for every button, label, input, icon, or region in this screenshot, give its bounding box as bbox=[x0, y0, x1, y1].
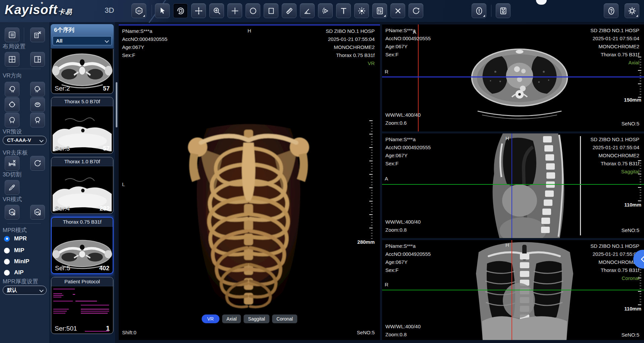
crosshair-tool-button[interactable] bbox=[227, 3, 242, 18]
vr-mode-mip-button[interactable]: MIP bbox=[30, 205, 45, 220]
chevron-left-icon bbox=[641, 256, 644, 263]
table-board-line bbox=[580, 136, 581, 235]
series-description: Thorax 0.75 B31f bbox=[52, 218, 113, 227]
axial-crosshair-line[interactable] bbox=[382, 290, 644, 290]
view-button-vr[interactable]: VR bbox=[202, 315, 219, 323]
series-number: Ser:2 bbox=[55, 85, 70, 92]
cobb-angle-tool-button[interactable] bbox=[318, 3, 333, 18]
series-count-title: 6个序列 bbox=[54, 26, 74, 34]
axial-reference-line-top[interactable] bbox=[119, 24, 380, 25]
section-label-bed-removal: VR去床板 bbox=[3, 149, 28, 157]
zoom-tool-button[interactable] bbox=[209, 3, 224, 18]
study-info-overlay: SD ZIBO NO.1 HOSP 2025-01-21 07:55:04 MO… bbox=[590, 26, 639, 67]
help-icon bbox=[607, 6, 616, 15]
patient-info-overlay: PName:S***a AccNO:0004920555 Age:067Y Se… bbox=[385, 242, 431, 274]
delete-tool-button[interactable] bbox=[390, 3, 405, 18]
layout-grid-button[interactable] bbox=[5, 52, 19, 67]
brightness-tool-button[interactable] bbox=[354, 3, 369, 18]
mpr-coronal-viewport[interactable]: PName:S***a AccNO:0004920555 Age:067Y Se… bbox=[382, 240, 644, 340]
radio-label: MPR bbox=[14, 235, 27, 242]
alert-tool-button[interactable] bbox=[472, 3, 486, 18]
reset-tool-button[interactable] bbox=[409, 3, 423, 18]
help-button[interactable] bbox=[604, 3, 619, 18]
photometric-interpretation: MONOCHROME2 bbox=[590, 258, 639, 266]
series-scrollbar-thumb[interactable] bbox=[116, 82, 117, 127]
radio-icon[interactable] bbox=[4, 270, 10, 276]
ruler-tool-button[interactable] bbox=[282, 3, 297, 18]
window-info-overlay: WW/WL:400/40 Zoom:0.6 bbox=[385, 111, 421, 127]
ellipse-tool-button[interactable] bbox=[246, 3, 260, 18]
bed-reset-button[interactable] bbox=[30, 156, 45, 171]
vr-head-right-button[interactable] bbox=[30, 82, 45, 97]
mpr-sagittal-viewport[interactable]: PName:S***a AccNO:0004920555 Age:067Y Se… bbox=[382, 133, 644, 238]
series-list-button[interactable] bbox=[5, 27, 19, 42]
image-count: 1 bbox=[106, 325, 110, 332]
rotate-3d-tool-button[interactable] bbox=[173, 3, 188, 18]
radio-selected-icon[interactable] bbox=[4, 236, 10, 242]
top-toolbar: Kayisoft卡易 ✦ 3D 3D bbox=[0, 0, 644, 22]
image-count: 57 bbox=[103, 85, 110, 92]
axial-ct-image[interactable] bbox=[468, 38, 571, 122]
series-filter-select[interactable]: All bbox=[53, 36, 112, 45]
cursor-tool-button[interactable] bbox=[155, 3, 170, 18]
radio-label: AIP bbox=[14, 269, 23, 276]
vr-hexagon-icon: VR bbox=[8, 208, 16, 217]
save-tool-button[interactable] bbox=[496, 3, 511, 18]
scale-ruler bbox=[638, 160, 641, 202]
scalpel-cut-button[interactable] bbox=[5, 180, 19, 195]
close-layout-button[interactable] bbox=[30, 27, 45, 42]
volume-3d-tool-button[interactable]: 3D bbox=[131, 3, 146, 18]
remove-bed-button[interactable] bbox=[5, 156, 19, 171]
sagittal-crosshair-line[interactable] bbox=[512, 133, 512, 238]
vr-viewport[interactable]: PName:S***a AccNO:0004920555 Age:067Y Se… bbox=[119, 24, 380, 340]
sagittal-ct-image[interactable] bbox=[483, 133, 572, 238]
series-card-ser501-protocol[interactable]: Patient Protocol Ser:501 1 bbox=[51, 277, 113, 334]
series-card-ser2[interactable]: Ser:2 57 bbox=[51, 49, 113, 94]
series-description: Thorax 0.75 B31f bbox=[326, 51, 375, 59]
mpr-thickness-select[interactable]: 默认 bbox=[3, 286, 47, 295]
rectangle-tool-button[interactable] bbox=[264, 3, 278, 18]
orientation-marker-top: H bbox=[248, 28, 251, 34]
text-tool-button[interactable] bbox=[336, 3, 351, 18]
orientation-marker-left: R bbox=[385, 69, 388, 74]
patient-name: PName:S***a bbox=[385, 242, 431, 250]
vr-head-inferior-button[interactable] bbox=[30, 97, 45, 112]
coronal-crosshair-line[interactable] bbox=[382, 184, 644, 185]
view-button-saggital[interactable]: Saggital bbox=[244, 315, 270, 323]
pan-tool-button[interactable] bbox=[191, 3, 206, 18]
app-logo: Kayisoft卡易 bbox=[5, 3, 72, 17]
mpr-radio-minip[interactable]: MinIP bbox=[4, 258, 29, 265]
settings-button[interactable] bbox=[625, 3, 639, 18]
rectangle-icon bbox=[267, 6, 276, 15]
mpr-thickness-value: 默认 bbox=[7, 287, 17, 293]
left-sidebar: 布局设置 VR方向 bbox=[0, 22, 50, 343]
angle-tool-button[interactable] bbox=[300, 3, 315, 18]
mpr-radio-mip[interactable]: MIP bbox=[4, 247, 24, 254]
mpr-radio-aip[interactable]: AIP bbox=[4, 269, 23, 276]
study-datetime: 2025-01-21 07:55:04 bbox=[590, 250, 639, 258]
brand-name-cn: 卡易 bbox=[58, 8, 72, 15]
vr-preset-select[interactable]: CT-AAA-V bbox=[3, 136, 47, 145]
radio-icon[interactable] bbox=[4, 259, 10, 265]
view-button-axial[interactable]: Axial bbox=[222, 315, 241, 323]
vr-head-superior-button[interactable] bbox=[5, 97, 19, 112]
mpr-radio-mpr[interactable]: MPR bbox=[4, 235, 27, 242]
series-card-ser4[interactable]: Thorax 1.0 B70f Ser:4 282 bbox=[51, 157, 113, 214]
window-level-tool-button[interactable] bbox=[372, 3, 387, 18]
axial-crosshair-line[interactable] bbox=[382, 76, 644, 77]
toolbar-separator bbox=[152, 5, 152, 17]
mpr-axial-viewport[interactable]: PName:S***a AccNO:0004920555 Age:067Y Se… bbox=[382, 24, 644, 131]
layout-right-panel-button[interactable] bbox=[30, 52, 45, 67]
vr-mode-vr-button[interactable]: VR bbox=[5, 205, 19, 220]
vr-head-anterior-button[interactable] bbox=[30, 113, 45, 127]
vr-head-posterior-button[interactable] bbox=[5, 113, 19, 127]
view-button-coronal[interactable]: Coronal bbox=[272, 315, 297, 323]
layout-right-icon bbox=[33, 55, 42, 64]
vr-head-left-button[interactable] bbox=[5, 82, 19, 97]
radio-icon[interactable] bbox=[4, 248, 10, 253]
zoom-factor: Zoom:0.8 bbox=[385, 226, 421, 234]
avatar-circle[interactable] bbox=[536, 0, 547, 5]
series-card-ser3[interactable]: Thorax 5.0 B70f Ser:3 57 bbox=[51, 97, 113, 154]
series-card-ser5-selected[interactable]: Thorax 0.75 B31f Ser:5 402 bbox=[51, 217, 113, 274]
vr-rendering-ribcage[interactable] bbox=[181, 114, 316, 314]
